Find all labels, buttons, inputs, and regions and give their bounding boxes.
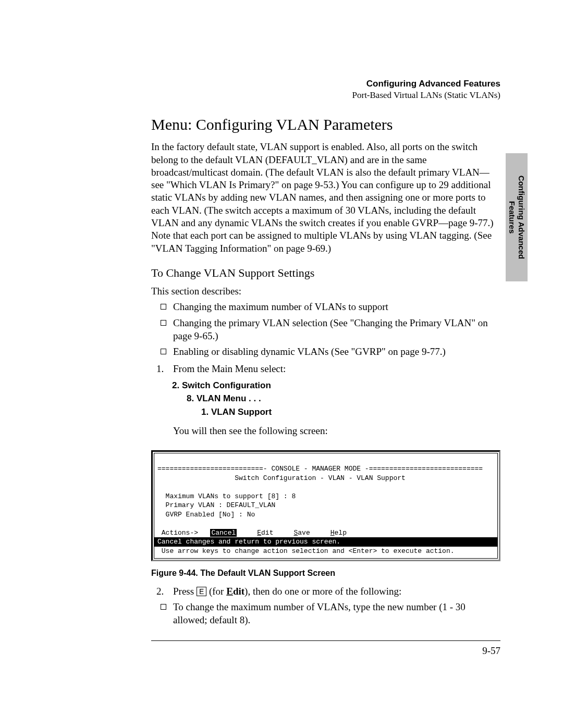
after-menu-text: You will then see the following screen:: [173, 425, 500, 437]
menu-path-l3: 1. VLAN Support: [201, 405, 500, 419]
keycap-e: E: [197, 587, 206, 597]
sub-heading: To Change VLAN Support Settings: [151, 266, 500, 280]
console-action-cancel: Cancel: [210, 529, 237, 537]
page-number: 9-57: [151, 645, 500, 657]
header-title: Configuring Advanced Features: [151, 78, 500, 90]
page-content: Configuring Advanced Features Port-Based…: [0, 0, 563, 688]
menu-path-l2: 8. VLAN Menu . . .: [187, 392, 500, 405]
bullet-list-2: To change the maximum number of VLANs, t…: [151, 601, 500, 626]
bullet-list-1: Changing the maximum number of VLANs to …: [151, 301, 500, 359]
section-heading: Menu: Configuring VLAN Parameters: [151, 116, 500, 133]
console-inner: ==========================- CONSOLE - MA…: [154, 453, 498, 559]
step-text: From the Main Menu select:: [173, 363, 286, 374]
step-number: 2.: [156, 585, 164, 598]
step2-pre: Press: [173, 586, 197, 597]
console-status-bar: Cancel changes and return to previous sc…: [154, 537, 497, 547]
console-hint: Use arrow keys to change action selectio…: [154, 547, 497, 558]
intro-paragraph: In the factory default state, VLAN suppo…: [151, 141, 500, 255]
list-item: Enabling or disabling dynamic VLANs (See…: [151, 346, 500, 359]
step-1: 1. From the Main Menu select:: [151, 363, 500, 376]
step-2: 2. Press E (for Edit), then do one or mo…: [151, 585, 500, 598]
footer-rule: [151, 640, 500, 641]
lead-text: This section describes:: [151, 285, 500, 298]
menu-path: 2. Switch Configuration 8. VLAN Menu . .…: [172, 379, 500, 419]
step-number: 1.: [156, 363, 164, 376]
step2-mid: (for: [206, 586, 226, 597]
menu-path-l1: 2. Switch Configuration: [172, 380, 271, 390]
console-top: ==========================- CONSOLE - MA…: [154, 462, 497, 537]
step-list: 1. From the Main Menu select:: [151, 363, 500, 376]
list-item: Changing the maximum number of VLANs to …: [151, 301, 500, 314]
header-subtitle: Port-Based Virtual LANs (Static VLANs): [151, 90, 500, 101]
list-item: Changing the primary VLAN selection (See…: [151, 317, 500, 342]
step2-post: ), then do one or more of the following:: [244, 586, 401, 597]
list-item: To change the maximum number of VLANs, t…: [151, 601, 500, 626]
running-header: Configuring Advanced Features Port-Based…: [151, 78, 500, 101]
figure-caption: Figure 9-44. The Default VLAN Support Sc…: [151, 569, 500, 578]
console-screenshot: ==========================- CONSOLE - MA…: [151, 450, 500, 561]
step-list-2: 2. Press E (for Edit), then do one or mo…: [151, 585, 500, 598]
